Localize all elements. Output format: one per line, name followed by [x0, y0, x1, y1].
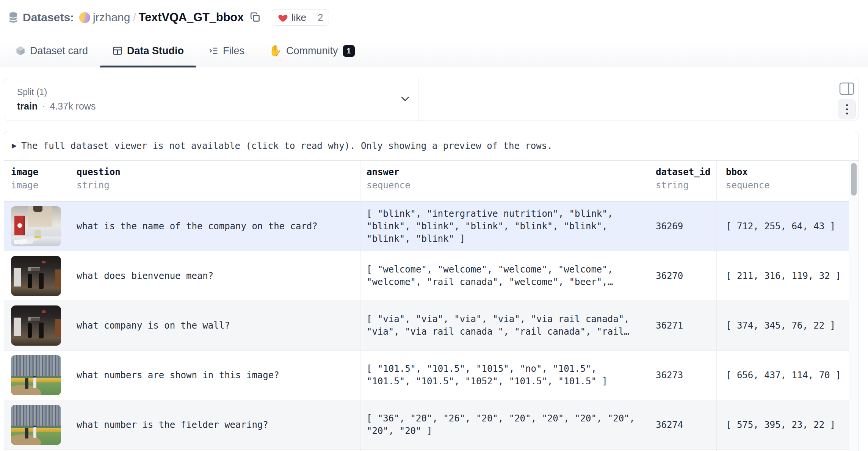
- image-thumbnail[interactable]: [11, 355, 61, 395]
- breadcrumb-separator: /: [133, 11, 136, 24]
- image-thumbnail[interactable]: [11, 405, 61, 445]
- tab-data-studio[interactable]: Data Studio: [100, 35, 196, 67]
- columns-toggle-button[interactable]: [839, 82, 854, 95]
- cell-answer: [ "36", "20", "26", "20", "20", "20", "2…: [360, 400, 648, 450]
- like-label: like: [291, 12, 306, 23]
- kebab-icon: [846, 104, 848, 106]
- dot-separator: ·: [42, 101, 45, 112]
- disclosure-triangle-icon: ▶: [12, 142, 17, 150]
- tab-community[interactable]: ✋ Community 1: [257, 35, 367, 67]
- cell-dataset-id: 36269: [648, 202, 717, 251]
- split-value: train: [17, 101, 38, 112]
- owner-link[interactable]: jrzhang: [93, 11, 130, 24]
- cell-answer: [ "101.5", "101.5", "1015", "no", "101.5…: [360, 351, 648, 400]
- cell-answer: [ "blink", "intergrative nutrition", "bl…: [360, 202, 648, 251]
- heart-icon: [278, 13, 288, 22]
- column-name: answer: [367, 167, 640, 177]
- answer-value: [ "blink", "intergrative nutrition", "bl…: [367, 208, 640, 245]
- cell-dataset-id: 36270: [648, 251, 717, 301]
- column-header-dataset-id: dataset_id string: [648, 161, 717, 202]
- data-table: image image question string answer seque…: [4, 161, 849, 451]
- columns-icon: [839, 82, 854, 95]
- image-thumbnail[interactable]: [11, 256, 61, 296]
- community-count-badge: 1: [343, 45, 355, 57]
- answer-value: [ "101.5", "101.5", "1015", "no", "101.5…: [367, 363, 640, 388]
- file-tree-icon: [208, 45, 219, 56]
- copy-icon: [249, 11, 261, 23]
- viewer-toolbar: Split (1) train · 4.37k rows: [4, 78, 859, 121]
- notice-text: The full dataset viewer is not available…: [21, 141, 553, 151]
- image-thumbnail[interactable]: [11, 206, 61, 246]
- dataset-title: TextVQA_GT_bbox: [139, 11, 244, 24]
- table-scrollbar-track[interactable]: [849, 161, 859, 451]
- cell-question: what number is the fielder wearing?: [71, 400, 360, 450]
- more-options-button[interactable]: [838, 99, 856, 119]
- datasets-section-label: Datasets:: [23, 11, 74, 24]
- datasets-viewer-page: Datasets: jrzhang / TextVQA_GT_bbox like…: [0, 0, 868, 451]
- owner-avatar[interactable]: [79, 12, 90, 23]
- cell-question: what does bienvenue mean?: [71, 251, 360, 301]
- column-name: question: [77, 167, 353, 177]
- split-selector[interactable]: Split (1) train · 4.37k rows: [4, 78, 418, 121]
- answer-value: [ "via", "via", "via", "via", "via rail …: [367, 313, 640, 338]
- image-thumbnail[interactable]: [11, 305, 61, 346]
- column-header-image: image image: [4, 161, 71, 202]
- column-header-bbox: bbox sequence: [717, 161, 849, 202]
- database-icon: [8, 11, 19, 23]
- tab-label: Community: [286, 45, 338, 57]
- column-type: image: [11, 180, 71, 191]
- tab-files[interactable]: Files: [196, 35, 257, 67]
- cell-question: what numbers are shown in this image?: [71, 351, 360, 400]
- cell-question: what is the name of the company on the c…: [71, 202, 360, 251]
- like-button[interactable]: like: [272, 9, 312, 25]
- column-type: sequence: [726, 180, 849, 191]
- tab-dataset-card[interactable]: Dataset card: [3, 35, 100, 67]
- cell-bbox: [ 211, 316, 119, 32 ]: [717, 251, 849, 301]
- column-name: dataset_id: [656, 167, 716, 177]
- cell-bbox: [ 575, 395, 23, 22 ]: [717, 400, 849, 450]
- viewer-notice[interactable]: ▶ The full dataset viewer is not availab…: [4, 131, 859, 161]
- cell-question: what company is on the wall?: [71, 301, 360, 351]
- split-row-count: 4.37k rows: [50, 101, 96, 112]
- cell-image: [4, 400, 71, 450]
- cell-dataset-id: 36273: [648, 351, 717, 400]
- table-scrollbar-thumb[interactable]: [851, 163, 857, 196]
- column-type: string: [77, 180, 353, 191]
- toolbar-actions: [835, 78, 859, 121]
- active-tab-underline: [100, 66, 196, 67]
- dataset-table-card: ▶ The full dataset viewer is not availab…: [4, 131, 859, 451]
- column-name: image: [11, 167, 71, 177]
- tab-label: Files: [223, 45, 244, 57]
- column-type: string: [656, 180, 716, 191]
- site-header: Datasets: jrzhang / TextVQA_GT_bbox like…: [0, 0, 868, 35]
- like-count[interactable]: 2: [312, 9, 328, 25]
- tab-label: Dataset card: [30, 45, 88, 57]
- tab-label: Data Studio: [127, 45, 184, 57]
- cell-image: [4, 301, 71, 351]
- cell-image: [4, 251, 71, 301]
- answer-value: [ "welcome", "welcome", "welcome", "welc…: [367, 263, 640, 288]
- dataset-card-icon: [15, 45, 26, 56]
- cell-answer: [ "via", "via", "via", "via", "via rail …: [360, 301, 648, 351]
- tab-bar: Dataset card Data Studio Files ✋ Communi…: [0, 35, 868, 67]
- cell-answer: [ "welcome", "welcome", "welcome", "welc…: [360, 251, 648, 301]
- split-label: Split (1): [17, 87, 418, 97]
- table-wrapper: image image question string answer seque…: [4, 161, 859, 451]
- cell-image: [4, 351, 71, 400]
- cell-bbox: [ 374, 345, 76, 22 ]: [717, 301, 849, 351]
- chevron-down-icon: [399, 92, 411, 106]
- answer-value: [ "36", "20", "26", "20", "20", "20", "2…: [367, 412, 640, 437]
- cell-bbox: [ 656, 437, 114, 70 ]: [717, 351, 849, 400]
- cell-bbox: [ 712, 255, 64, 43 ]: [717, 202, 849, 251]
- data-studio-icon: [112, 45, 123, 56]
- cell-image: [4, 202, 71, 251]
- toolbar-spacer: [418, 78, 835, 121]
- column-header-answer: answer sequence: [360, 161, 648, 202]
- cell-dataset-id: 36271: [648, 301, 717, 351]
- column-name: bbox: [726, 167, 849, 177]
- copy-name-button[interactable]: [249, 11, 261, 23]
- column-type: sequence: [367, 180, 640, 191]
- community-hand-icon: ✋: [269, 45, 282, 56]
- column-header-question: question string: [71, 161, 360, 202]
- cell-dataset-id: 36274: [648, 400, 717, 450]
